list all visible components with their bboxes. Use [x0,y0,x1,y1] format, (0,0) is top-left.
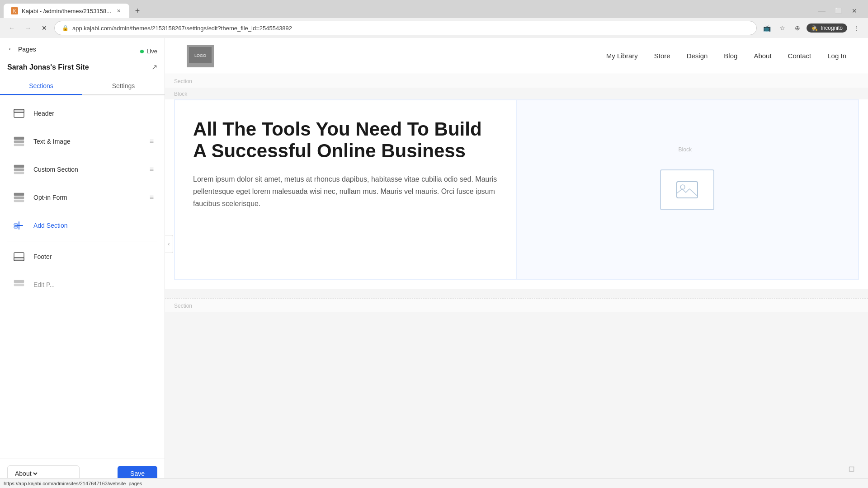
browser-toolbar: ← → ✕ 🔒 app.kajabi.com/admin/themes/2153… [0,18,868,38]
sidebar-tabs: Sections Settings [0,78,165,95]
page-select-input[interactable]: About [13,469,39,478]
text-image-icon [11,133,27,150]
drag-handle-opt-in[interactable]: ≡ [150,193,154,202]
incognito-badge: 🕵 Incognito [807,23,847,33]
status-bar: https://app.kajabi.com/admin/sites/21476… [0,478,868,488]
address-bar[interactable]: 🔒 app.kajabi.com/admin/themes/2153158267… [54,21,757,35]
add-section-button[interactable]: Add Section [4,212,161,239]
url-text: app.kajabi.com/admin/themes/2153158267/s… [72,25,292,32]
nav-links: My Library Store Design Blog About Conta… [606,52,846,60]
window-maximize-button[interactable]: ⬜ [832,5,844,17]
svg-rect-10 [14,200,24,202]
window-minimize-button[interactable]: — [816,5,828,17]
live-status: Live [140,48,157,55]
opt-in-icon [11,189,27,206]
nav-link-store[interactable]: Store [654,52,670,60]
nav-link-blog[interactable]: Blog [724,52,737,60]
divider [7,241,157,241]
svg-rect-5 [14,165,24,168]
live-dot-icon [140,50,144,53]
footer-icon [11,249,27,265]
new-tab-button[interactable]: + [131,5,144,17]
opt-in-label: Opt-in Form [33,194,143,201]
section-label-bottom: Section [165,298,868,312]
browser-chrome: K Kajabi - /admin/themes/2153158... ✕ + … [0,0,868,38]
content-heading: All The Tools You Need To Build A Succes… [193,118,498,162]
external-link-icon[interactable]: ↗ [151,63,157,71]
svg-rect-18 [14,284,24,286]
site-title: Sarah Jonas's First Site [7,63,89,71]
tab-bar: K Kajabi - /admin/themes/2153158... ✕ + … [0,0,868,18]
sidebar-content: Header Text & Image ≡ [0,95,165,459]
add-section-label: Add Section [33,222,154,229]
svg-rect-13 [14,224,18,225]
tab-title: Kajabi - /admin/themes/2153158... [22,8,111,14]
back-button[interactable]: ← [5,22,18,34]
sidebar-item-header[interactable]: Header [4,100,161,127]
svg-rect-16 [14,258,24,261]
preview-nav: LOGO My Library Store Design Blog About … [165,38,868,74]
sidebar-toggle-button[interactable]: ‹ [165,235,173,253]
block-label-text2: Block [679,146,692,153]
section-label-text: Section [174,78,192,84]
cast-button[interactable]: 📺 [760,22,773,34]
sidebar-item-extra[interactable]: Edit P... [4,271,161,298]
tab-settings[interactable]: Settings [82,78,165,94]
header-label: Header [33,110,154,117]
extra-icon [11,277,27,293]
tab-sections[interactable]: Sections [0,78,82,94]
svg-rect-7 [14,172,24,174]
profile-button[interactable]: ⊕ [791,22,804,34]
preview-content-area: All The Tools You Need To Build A Succes… [165,99,868,289]
svg-rect-6 [14,169,24,171]
app-body: ← Pages Live Sarah Jonas's First Site ↗ … [0,38,868,488]
window-close-button[interactable]: ✕ [848,5,861,17]
sidebar-item-footer[interactable]: Footer [4,243,161,270]
forward-button[interactable]: → [22,22,34,34]
drag-handle-custom-section[interactable]: ≡ [150,165,154,174]
nav-link-my-library[interactable]: My Library [606,52,638,60]
svg-text:LOGO: LOGO [194,53,206,58]
back-to-pages-button[interactable]: ← Pages [7,44,36,54]
text-image-label: Text & Image [33,138,143,145]
svg-rect-1 [14,109,24,113]
status-url: https://app.kajabi.com/admin/sites/21476… [4,481,142,486]
extra-label: Edit P... [33,281,154,288]
block-label-top: Block [165,88,868,99]
refresh-button[interactable]: ✕ [38,22,51,34]
sidebar-item-custom-section[interactable]: Custom Section ≡ [4,156,161,183]
header-icon [11,105,27,122]
bookmark-button[interactable]: ☆ [776,22,788,34]
content-grid: All The Tools You Need To Build A Succes… [174,99,859,280]
tab-indicator [0,94,82,95]
nav-link-contact[interactable]: Contact [788,52,811,60]
menu-button[interactable]: ⋮ [850,22,863,34]
tab-close-button[interactable]: ✕ [115,7,122,14]
svg-rect-9 [14,197,24,199]
text-block: All The Tools You Need To Build A Succes… [174,99,517,280]
svg-point-23 [680,185,685,189]
nav-link-design[interactable]: Design [687,52,708,60]
sidebar-header: ← Pages Live Sarah Jonas's First Site ↗ … [0,38,165,95]
app-container: ← Pages Live Sarah Jonas's First Site ↗ … [0,38,868,488]
section-label-bottom-text: Section [174,303,192,309]
add-section-icon [11,217,27,234]
svg-rect-2 [14,137,24,140]
drag-handle-text-image[interactable]: ≡ [150,137,154,145]
toolbar-right: 📺 ☆ ⊕ 🕵 Incognito ⋮ [760,22,863,34]
browser-tab-active[interactable]: K Kajabi - /admin/themes/2153158... ✕ [4,4,129,18]
content-body: Lorem ipsum dolor sit amet, metus at rho… [193,173,498,210]
svg-rect-4 [14,144,24,146]
custom-section-icon [11,161,27,178]
nav-link-login[interactable]: Log In [827,52,846,60]
sidebar-item-text-image[interactable]: Text & Image ≡ [4,128,161,155]
main-preview: LOGO My Library Store Design Blog About … [165,38,868,488]
image-placeholder [660,169,714,210]
back-arrow-icon: ← [7,44,15,54]
block-label-text: Block [174,91,187,97]
nav-link-about[interactable]: About [754,52,771,60]
sidebar: ← Pages Live Sarah Jonas's First Site ↗ … [0,38,165,488]
svg-rect-8 [14,193,24,196]
sidebar-item-opt-in-form[interactable]: Opt-in Form ≡ [4,184,161,211]
live-label: Live [146,48,157,55]
